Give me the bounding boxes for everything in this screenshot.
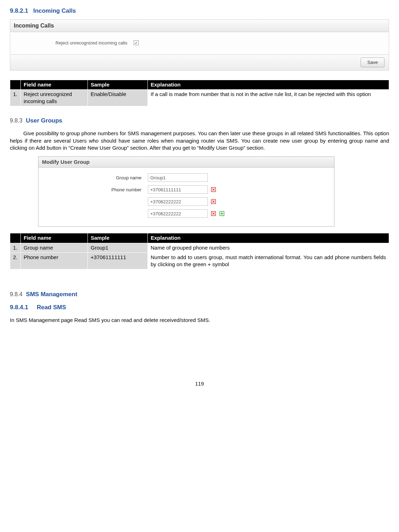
phone-input[interactable] [148,185,208,194]
modify-user-group-panel: Modify User Group Group name Phone numbe… [38,156,334,227]
th-num [10,80,21,89]
table-row: 1. Reject unrecognized incoming calls En… [10,89,389,106]
page-number: 119 [10,380,389,387]
save-button[interactable]: Save [361,58,385,67]
group-name-label: Group name [46,175,148,181]
cell-field: Reject unrecognized incoming calls [21,89,88,106]
panel-body: Group name Phone number [38,168,334,226]
heading-title: Read SMS [37,304,66,312]
cell-field: Group name [21,243,88,252]
cell-sample: +37061111111 [88,252,148,269]
heading-9-8-4: 9.8.4 SMS Management [10,291,389,299]
reject-label: Reject unrecognized incoming calls [17,40,134,46]
th-num [10,233,21,243]
th-field: Field name [21,233,88,243]
cell-expl: If a call is made from number that is no… [148,89,389,106]
cell-sample: Group1 [88,243,148,252]
cell-field: Phone number [21,252,88,269]
group-name-input[interactable] [148,173,208,182]
delete-icon[interactable] [211,199,216,204]
panel-body: Reject unrecognized incoming calls [10,32,389,55]
form-row-reject: Reject unrecognized incoming calls [17,40,382,46]
panel-footer: Save [10,54,389,70]
heading-number: 9.8.4 [10,291,23,298]
cell-expl: Name of grouped phone numbers [148,243,389,252]
reject-checkbox[interactable] [134,40,139,45]
table-row: 2. Phone number +37061111111 Number to a… [10,252,389,269]
delete-icon[interactable] [211,211,216,216]
form-row-group-name: Group name [46,173,327,182]
read-sms-paragraph: In SMS Management page Read SMS you can … [10,317,389,324]
phone-input[interactable] [148,209,208,218]
table-header-row: Field name Sample Explanation [10,80,389,89]
add-icon[interactable] [219,211,225,216]
th-sample: Sample [88,80,148,89]
user-group-field-table: Field name Sample Explanation 1. Group n… [10,233,389,269]
cell-sample: Enable/Disable [88,89,148,106]
th-field: Field name [21,80,88,89]
phone-input[interactable] [148,197,208,206]
heading-title: SMS Management [26,291,77,299]
cell-num: 2. [10,252,21,269]
heading-9-8-3: 9.8.3 User Groups [10,117,389,125]
panel-header: Incoming Calls [10,20,389,32]
heading-title: Incoming Calls [33,7,76,14]
form-row-phone-1: Phone number [46,185,327,194]
th-expl: Explanation [148,233,389,243]
cell-num: 1. [10,243,21,252]
heading-9-8-2-1: 9.8.2.1 Incoming Calls [10,7,389,15]
incoming-calls-field-table: Field name Sample Explanation 1. Reject … [10,80,389,107]
th-sample: Sample [88,233,148,243]
form-row-phone-2 [46,197,327,206]
phone-label: Phone number [46,187,148,193]
user-groups-paragraph: Give possibility to group phone numbers … [10,130,389,151]
heading-number: 9.8.3 [10,117,23,125]
heading-number: 9.8.4.1 [10,304,28,312]
form-row-phone-3 [46,209,327,218]
cell-expl: Number to add to users group, must match… [148,252,389,269]
cell-num: 1. [10,89,21,106]
incoming-calls-panel: Incoming Calls Reject unrecognized incom… [10,19,389,71]
table-row: 1. Group name Group1 Name of grouped pho… [10,243,389,252]
heading-title: User Groups [26,117,62,125]
table-header-row: Field name Sample Explanation [10,233,389,243]
th-expl: Explanation [148,80,389,89]
panel-header: Modify User Group [38,157,334,168]
heading-9-8-4-1: 9.8.4.1 Read SMS [10,304,389,312]
delete-icon[interactable] [211,187,216,192]
heading-number: 9.8.2.1 [10,7,28,14]
